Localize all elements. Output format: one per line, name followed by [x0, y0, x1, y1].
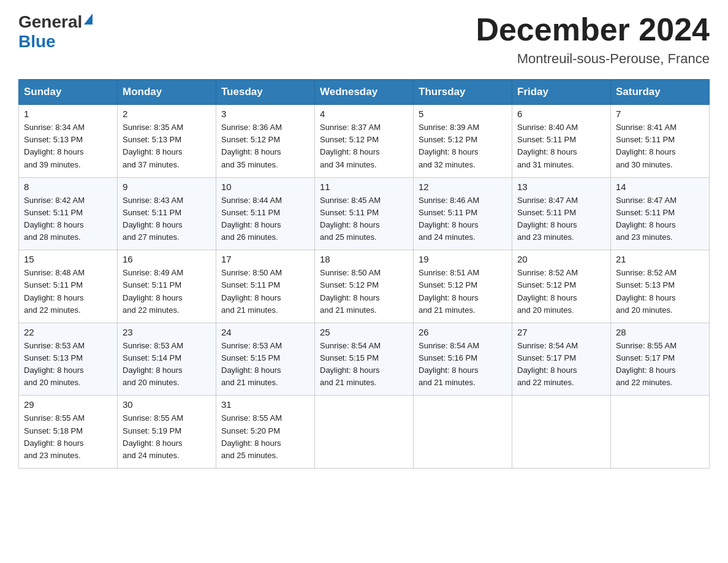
day-info: Sunrise: 8:37 AMSunset: 5:12 PMDaylight:… — [320, 121, 408, 171]
calendar-week-1: 1Sunrise: 8:34 AMSunset: 5:13 PMDaylight… — [19, 105, 710, 178]
day-info: Sunrise: 8:50 AMSunset: 5:12 PMDaylight:… — [320, 267, 408, 316]
header-friday: Friday — [512, 80, 611, 105]
day-number: 22 — [24, 327, 112, 337]
day-info: Sunrise: 8:55 AMSunset: 5:20 PMDaylight:… — [221, 412, 309, 462]
day-info: Sunrise: 8:55 AMSunset: 5:18 PMDaylight:… — [24, 412, 112, 462]
month-title: December 2024 — [476, 12, 710, 47]
day-info: Sunrise: 8:52 AMSunset: 5:12 PMDaylight:… — [517, 267, 605, 316]
table-row: 17Sunrise: 8:50 AMSunset: 5:11 PMDayligh… — [216, 250, 315, 323]
table-row: 23Sunrise: 8:53 AMSunset: 5:14 PMDayligh… — [118, 323, 216, 396]
table-row: 1Sunrise: 8:34 AMSunset: 5:13 PMDaylight… — [19, 105, 118, 178]
day-number: 16 — [123, 254, 211, 264]
day-info: Sunrise: 8:46 AMSunset: 5:11 PMDaylight:… — [419, 194, 507, 244]
table-row: 27Sunrise: 8:54 AMSunset: 5:17 PMDayligh… — [512, 323, 611, 396]
day-number: 4 — [320, 109, 408, 119]
table-row: 14Sunrise: 8:47 AMSunset: 5:11 PMDayligh… — [611, 177, 710, 250]
table-row: 4Sunrise: 8:37 AMSunset: 5:12 PMDaylight… — [315, 105, 414, 178]
logo-general-text: General — [18, 12, 82, 32]
day-number: 3 — [221, 109, 309, 119]
table-row — [414, 396, 512, 469]
header-monday: Monday — [118, 80, 216, 105]
table-row — [611, 396, 710, 469]
logo: General Blue — [18, 12, 93, 52]
table-row: 10Sunrise: 8:44 AMSunset: 5:11 PMDayligh… — [216, 177, 315, 250]
header-thursday: Thursday — [414, 80, 512, 105]
day-number: 28 — [616, 327, 704, 337]
table-row: 16Sunrise: 8:49 AMSunset: 5:11 PMDayligh… — [118, 250, 216, 323]
title-area: December 2024 Montreuil-sous-Perouse, Fr… — [476, 12, 710, 67]
day-number: 21 — [616, 254, 704, 264]
day-info: Sunrise: 8:53 AMSunset: 5:14 PMDaylight:… — [123, 340, 211, 389]
day-number: 25 — [320, 327, 408, 337]
table-row: 8Sunrise: 8:42 AMSunset: 5:11 PMDaylight… — [19, 177, 118, 250]
day-number: 19 — [419, 254, 507, 264]
table-row: 11Sunrise: 8:45 AMSunset: 5:11 PMDayligh… — [315, 177, 414, 250]
table-row: 6Sunrise: 8:40 AMSunset: 5:11 PMDaylight… — [512, 105, 611, 178]
header-tuesday: Tuesday — [216, 80, 315, 105]
day-info: Sunrise: 8:52 AMSunset: 5:13 PMDaylight:… — [616, 267, 704, 316]
table-row — [512, 396, 611, 469]
day-info: Sunrise: 8:49 AMSunset: 5:11 PMDaylight:… — [123, 267, 211, 316]
table-row — [315, 396, 414, 469]
day-info: Sunrise: 8:50 AMSunset: 5:11 PMDaylight:… — [221, 267, 309, 316]
table-row: 20Sunrise: 8:52 AMSunset: 5:12 PMDayligh… — [512, 250, 611, 323]
day-number: 30 — [123, 399, 211, 410]
day-info: Sunrise: 8:35 AMSunset: 5:13 PMDaylight:… — [123, 121, 211, 171]
day-number: 2 — [123, 109, 211, 119]
logo-blue-text: Blue — [18, 32, 56, 51]
day-number: 13 — [517, 182, 605, 192]
day-number: 9 — [123, 182, 211, 192]
day-number: 12 — [419, 182, 507, 192]
day-number: 18 — [320, 254, 408, 264]
day-info: Sunrise: 8:47 AMSunset: 5:11 PMDaylight:… — [616, 194, 704, 244]
day-number: 20 — [517, 254, 605, 264]
day-number: 29 — [24, 399, 112, 410]
day-number: 5 — [419, 109, 507, 119]
day-number: 6 — [517, 109, 605, 119]
calendar-week-2: 8Sunrise: 8:42 AMSunset: 5:11 PMDaylight… — [19, 177, 710, 250]
day-info: Sunrise: 8:36 AMSunset: 5:12 PMDaylight:… — [221, 121, 309, 171]
location-title: Montreuil-sous-Perouse, France — [476, 51, 710, 67]
day-number: 15 — [24, 254, 112, 264]
table-row: 21Sunrise: 8:52 AMSunset: 5:13 PMDayligh… — [611, 250, 710, 323]
table-row: 12Sunrise: 8:46 AMSunset: 5:11 PMDayligh… — [414, 177, 512, 250]
table-row: 3Sunrise: 8:36 AMSunset: 5:12 PMDaylight… — [216, 105, 315, 178]
day-info: Sunrise: 8:53 AMSunset: 5:15 PMDaylight:… — [221, 340, 309, 389]
day-info: Sunrise: 8:55 AMSunset: 5:19 PMDaylight:… — [123, 412, 211, 462]
calendar-table: Sunday Monday Tuesday Wednesday Thursday… — [18, 79, 710, 469]
day-number: 10 — [221, 182, 309, 192]
day-info: Sunrise: 8:44 AMSunset: 5:11 PMDaylight:… — [221, 194, 309, 244]
day-info: Sunrise: 8:42 AMSunset: 5:11 PMDaylight:… — [24, 194, 112, 244]
day-info: Sunrise: 8:39 AMSunset: 5:12 PMDaylight:… — [419, 121, 507, 171]
table-row: 26Sunrise: 8:54 AMSunset: 5:16 PMDayligh… — [414, 323, 512, 396]
table-row: 30Sunrise: 8:55 AMSunset: 5:19 PMDayligh… — [118, 396, 216, 469]
day-info: Sunrise: 8:34 AMSunset: 5:13 PMDaylight:… — [24, 121, 112, 171]
day-number: 17 — [221, 254, 309, 264]
table-row: 9Sunrise: 8:43 AMSunset: 5:11 PMDaylight… — [118, 177, 216, 250]
day-number: 7 — [616, 109, 704, 119]
table-row: 25Sunrise: 8:54 AMSunset: 5:15 PMDayligh… — [315, 323, 414, 396]
table-row: 29Sunrise: 8:55 AMSunset: 5:18 PMDayligh… — [19, 396, 118, 469]
table-row: 7Sunrise: 8:41 AMSunset: 5:11 PMDaylight… — [611, 105, 710, 178]
day-info: Sunrise: 8:53 AMSunset: 5:13 PMDaylight:… — [24, 340, 112, 389]
day-number: 8 — [24, 182, 112, 192]
calendar-week-3: 15Sunrise: 8:48 AMSunset: 5:11 PMDayligh… — [19, 250, 710, 323]
day-number: 31 — [221, 399, 309, 410]
day-number: 23 — [123, 327, 211, 337]
day-number: 11 — [320, 182, 408, 192]
calendar-week-4: 22Sunrise: 8:53 AMSunset: 5:13 PMDayligh… — [19, 323, 710, 396]
table-row: 5Sunrise: 8:39 AMSunset: 5:12 PMDaylight… — [414, 105, 512, 178]
day-number: 27 — [517, 327, 605, 337]
table-row: 28Sunrise: 8:55 AMSunset: 5:17 PMDayligh… — [611, 323, 710, 396]
table-row: 13Sunrise: 8:47 AMSunset: 5:11 PMDayligh… — [512, 177, 611, 250]
table-row: 19Sunrise: 8:51 AMSunset: 5:12 PMDayligh… — [414, 250, 512, 323]
header-sunday: Sunday — [19, 80, 118, 105]
table-row: 15Sunrise: 8:48 AMSunset: 5:11 PMDayligh… — [19, 250, 118, 323]
calendar-header-row: Sunday Monday Tuesday Wednesday Thursday… — [19, 80, 710, 105]
table-row: 22Sunrise: 8:53 AMSunset: 5:13 PMDayligh… — [19, 323, 118, 396]
calendar-week-5: 29Sunrise: 8:55 AMSunset: 5:18 PMDayligh… — [19, 396, 710, 469]
day-info: Sunrise: 8:40 AMSunset: 5:11 PMDaylight:… — [517, 121, 605, 171]
table-row: 2Sunrise: 8:35 AMSunset: 5:13 PMDaylight… — [118, 105, 216, 178]
table-row: 24Sunrise: 8:53 AMSunset: 5:15 PMDayligh… — [216, 323, 315, 396]
header-wednesday: Wednesday — [315, 80, 414, 105]
